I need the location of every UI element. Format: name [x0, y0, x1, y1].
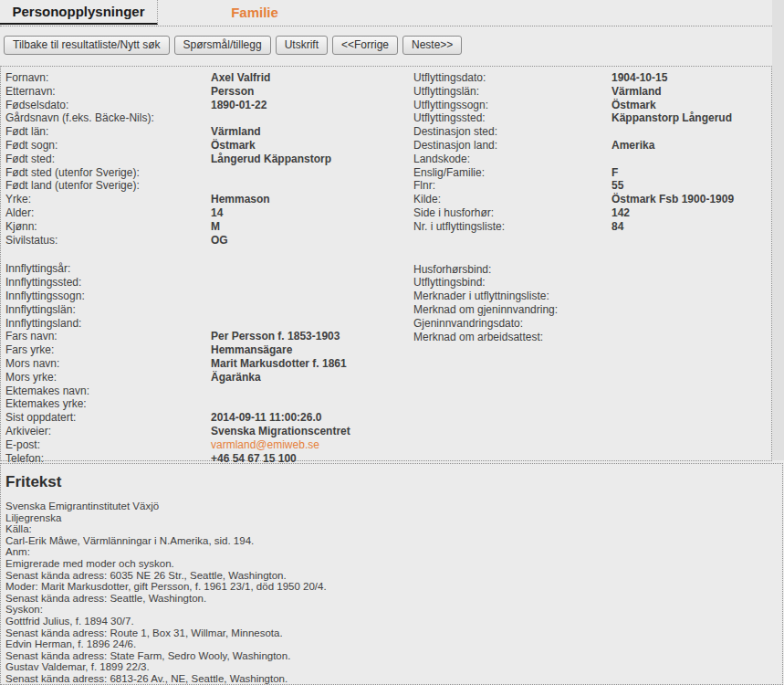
field-value: Värmland [612, 85, 662, 98]
field-label: Født sogn: [5, 139, 211, 153]
field-value: 1890-01-22 [211, 99, 267, 111]
field-row: Innflyttingssogn: [5, 290, 413, 303]
field-label: Innflyttingssted: [5, 276, 211, 290]
fritekst-title: Fritekst [5, 473, 782, 491]
field-value: 2014-09-11 11:00:26.0 [211, 411, 321, 424]
field-value: Hemmansägare [211, 343, 292, 356]
fritekst-line: Senast kända adress: Route 1, Box 31, Wi… [5, 627, 782, 639]
field-label: Destinasjon sted: [413, 125, 612, 139]
field-value: 14 [211, 206, 223, 219]
fritekst-line: Senast kända adress: 6813-26 Av., NE, Se… [5, 673, 782, 685]
toolbar-button-4[interactable]: Neste>> [402, 36, 462, 55]
details-left-column: Fornavn:Axel ValfridEtternavn:PerssonFød… [1, 67, 413, 460]
field-label: Sist oppdatert: [5, 411, 211, 425]
field-value: 55 [612, 179, 623, 192]
field-label: Yrke: [5, 193, 211, 206]
field-row: Fødselsdato:1890-01-22 [5, 99, 413, 112]
field-row: Innflyttingssted: [5, 276, 413, 290]
toolbar-button-1[interactable]: Spørsmål/tillegg [174, 36, 271, 55]
toolbar-button-0[interactable]: Tilbake til resultatliste/Nytt søk [4, 36, 170, 55]
field-label: Utflyttingssted: [413, 111, 612, 125]
tab-bar: Personopplysninger Familie [0, 0, 772, 26]
tab-familie[interactable]: Familie [158, 0, 351, 25]
field-row: Kjønn:M [5, 220, 413, 234]
fritekst-line: Gottfrid Julius, f. 1894 30/7. [5, 616, 782, 627]
field-value: Ägaränka [211, 371, 261, 384]
field-row: Gårdsnavn (f.eks. Bäcke-Nils): [5, 111, 413, 125]
field-value: Värmland [211, 125, 261, 138]
fritekst-line: Senast kända adress: Seattle, Washington… [5, 593, 782, 605]
field-row: Enslig/Familie:F [413, 166, 769, 180]
field-row: Husforhørsbind: [413, 263, 769, 277]
fritekst-text: Svenska Emigrantinstitutet VäxjöLiljegre… [5, 501, 782, 685]
field-label: Merknad om arbeidsattest: [413, 331, 612, 344]
field-row: Nr. i utflyttingsliste:84 [413, 220, 769, 234]
field-row: Fornavn:Axel Valfrid [5, 71, 413, 85]
field-label: Flnr: [413, 179, 612, 193]
field-row: Merknad om arbeidsattest: [413, 331, 769, 344]
field-row: Destinasjon sted: [413, 125, 769, 139]
field-value: Östmark [612, 99, 656, 111]
field-value: Östmark [211, 139, 256, 152]
field-label: Utflyttingssogn: [413, 99, 612, 112]
field-value: Svenska Migrationscentret [211, 425, 350, 437]
field-label: Landskode: [413, 153, 612, 166]
field-row: Flnr:55 [413, 179, 769, 193]
field-value: 1904-10-15 [612, 71, 667, 84]
field-label: Kjønn: [5, 220, 211, 234]
toolbar-button-3[interactable]: <<Forrige [332, 36, 398, 55]
field-label: Utflyttingslän: [413, 85, 612, 99]
field-row: Ektemakes yrke: [5, 397, 413, 411]
field-label: Arkiveier: [5, 425, 211, 438]
field-row: Født sted (utenfor Sverige): [5, 166, 413, 180]
field-row: Utflyttingslän:Värmland [413, 85, 769, 99]
field-row: Utflyttingsbind: [413, 276, 769, 290]
field-row: Destinasjon land:Amerika [413, 139, 769, 153]
person-details-panel: Fornavn:Axel ValfridEtternavn:PerssonFød… [0, 66, 772, 461]
field-label: Innflyttingsår: [5, 262, 211, 276]
field-value: Marit Markusdotter f. 1861 [211, 357, 347, 370]
field-label: Kilde: [413, 193, 612, 206]
right-field-block-2: Husforhørsbind:Utflyttingsbind:Merknader… [413, 263, 769, 344]
field-value: Käppanstorp Långerud [612, 111, 732, 124]
field-label: Fars yrke: [5, 343, 211, 357]
right-field-block-1: Utflyttingsdato:1904-10-15Utflyttingslän… [413, 71, 769, 234]
field-value: 142 [612, 206, 630, 219]
field-row: Utflyttingssogn:Östmark [413, 99, 769, 112]
field-label: Gårdsnavn (f.eks. Bäcke-Nils): [5, 111, 211, 125]
field-label: Innflyttingslän: [5, 303, 211, 317]
field-row: Fars navn:Per Persson f. 1853-1903 [5, 330, 413, 343]
tab-personopplysninger[interactable]: Personopplysninger [0, 0, 158, 25]
field-label: Merknad om gjeninnvandring: [413, 303, 612, 317]
field-row: Merknad om gjeninnvandring: [413, 303, 769, 317]
field-label: Utflyttingsdato: [413, 71, 612, 85]
toolbar-button-2[interactable]: Utskrift [276, 36, 328, 55]
field-label: E-post: [5, 438, 211, 452]
field-label: Født land (utenfor Sverige): [5, 179, 211, 193]
field-row: Mors yrke:Ägaränka [5, 371, 413, 385]
field-label: Ektemakes yrke: [5, 397, 211, 411]
field-value: Långerud Käppanstorp [211, 153, 331, 165]
fritekst-line: Liljegrenska [5, 512, 782, 524]
field-row: Ektemakes navn: [5, 385, 413, 398]
field-value: M [211, 220, 220, 233]
field-label: Husforhørsbind: [413, 263, 612, 277]
field-value: Amerika [612, 139, 654, 152]
field-label: Fars navn: [5, 330, 211, 343]
fritekst-line: Senast kända adress: 6035 NE 26 Str., Se… [5, 570, 782, 582]
field-row: Merknader i utflyttningsliste: [413, 290, 769, 303]
field-label: Født län: [5, 125, 211, 139]
fritekst-line: Syskon: [5, 604, 782, 616]
field-label: Alder: [5, 206, 211, 220]
field-value: Persson [211, 85, 254, 98]
left-field-block-1: Fornavn:Axel ValfridEtternavn:PerssonFød… [5, 71, 413, 247]
field-row: Utflyttingssted:Käppanstorp Långerud [413, 111, 769, 125]
field-row: Mors navn:Marit Markusdotter f. 1861 [5, 357, 413, 371]
email-link[interactable]: varmland@emiweb.se [211, 438, 319, 451]
field-row: Født sted:Långerud Käppanstorp [5, 153, 413, 166]
field-row: Landskode: [413, 153, 769, 166]
field-label: Nr. i utflyttingsliste: [413, 220, 612, 234]
field-label: Født sted: [5, 153, 211, 166]
field-label: Fornavn: [5, 71, 211, 85]
field-label: Innflyttingssogn: [5, 290, 211, 303]
